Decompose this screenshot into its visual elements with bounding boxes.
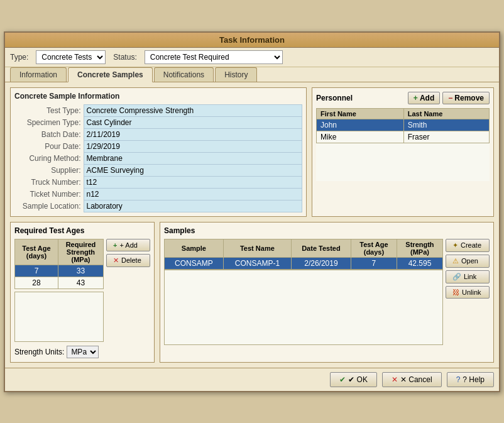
title-bar: Task Information bbox=[5, 33, 499, 48]
personnel-buttons: + Add − Remove bbox=[408, 92, 490, 104]
field-label: Supplier: bbox=[14, 164, 84, 176]
tab-notifications[interactable]: Notifications bbox=[154, 67, 214, 82]
field-label: Curing Method: bbox=[14, 152, 84, 164]
unlink-label: Unlink bbox=[462, 288, 481, 296]
create-button[interactable]: ✦ Create bbox=[446, 239, 490, 252]
open-icon: ⚠ bbox=[452, 257, 459, 265]
field-value: n12 bbox=[84, 188, 302, 200]
add-age-label: + Add bbox=[119, 241, 137, 249]
sample-info-panel: Concrete Sample Information Test Type:Co… bbox=[10, 87, 307, 217]
cancel-label: ✕ Cancel bbox=[400, 375, 432, 384]
sample-info-table: Test Type:Concrete Compressive StrengthS… bbox=[14, 104, 302, 212]
sample-date: 2/26/2019 bbox=[291, 257, 351, 269]
add-age-icon: + bbox=[113, 241, 117, 249]
delete-age-label: Delete bbox=[121, 256, 141, 264]
help-label: ? Help bbox=[463, 375, 485, 384]
delete-age-button[interactable]: ✕ Delete bbox=[106, 254, 150, 267]
main-window: Task Information Type: Concrete Tests St… bbox=[4, 31, 500, 392]
add-personnel-label: Add bbox=[420, 94, 434, 102]
delete-age-icon: ✕ bbox=[113, 256, 119, 265]
sample-info-row: Batch Date:2/11/2019 bbox=[14, 128, 302, 140]
col-strength-mpa: Strength(MPa) bbox=[397, 239, 442, 257]
field-value: Cast Cylinder bbox=[84, 116, 302, 128]
ages-table-wrap: Test Age(days) RequiredStrength(MPa) 733… bbox=[14, 239, 104, 342]
link-icon: 🔗 bbox=[452, 273, 461, 281]
sample-info-row: Ticket Number:n12 bbox=[14, 188, 302, 200]
col-lastname: Last Name bbox=[403, 108, 489, 119]
sample-testname: CONSAMP-1 bbox=[223, 257, 291, 269]
sample-row[interactable]: CONSAMPCONSAMP-12/26/2019742.595 bbox=[165, 257, 443, 269]
remove-personnel-label: Remove bbox=[454, 94, 484, 102]
ages-empty-area bbox=[14, 292, 104, 342]
field-label: Sample Location: bbox=[14, 200, 84, 212]
required-ages-panel: Required Test Ages Test Age(days) Requir… bbox=[10, 222, 155, 363]
minus-icon: − bbox=[448, 94, 452, 102]
age-days: 28 bbox=[15, 277, 58, 288]
sample-strength: 42.595 bbox=[397, 257, 442, 269]
personnel-title: Personnel bbox=[316, 94, 353, 102]
field-label: Truck Number: bbox=[14, 176, 84, 188]
toolbar: Type: Concrete Tests Status: Concrete Te… bbox=[5, 48, 499, 67]
link-button[interactable]: 🔗 Link bbox=[446, 270, 490, 283]
field-value: Concrete Compressive Strength bbox=[84, 104, 302, 116]
unlink-icon: ⛓ bbox=[452, 288, 459, 296]
sample-info-row: Truck Number:t12 bbox=[14, 176, 302, 188]
field-value: Membrane bbox=[84, 152, 302, 164]
status-label: Status: bbox=[113, 53, 136, 62]
samples-buttons: ✦ Create ⚠ Open 🔗 Link ⛓ bbox=[446, 239, 490, 345]
sample-info-title: Concrete Sample Information bbox=[14, 92, 302, 101]
age-strength: 43 bbox=[58, 277, 103, 288]
ok-label: ✔ OK bbox=[348, 375, 368, 384]
tab-information[interactable]: Information bbox=[10, 67, 67, 82]
age-days: 7 bbox=[15, 265, 58, 277]
bottom-section: Required Test Ages Test Age(days) Requir… bbox=[10, 222, 494, 363]
col-test-name: Test Name bbox=[223, 239, 291, 257]
col-sample-test-age: Test Age(days) bbox=[351, 239, 397, 257]
help-button[interactable]: ? ? Help bbox=[447, 372, 494, 387]
help-icon: ? bbox=[456, 375, 461, 384]
samples-panel: Samples Sample Test Name Date Tested Tes… bbox=[160, 222, 494, 363]
age-row[interactable]: 733 bbox=[15, 265, 104, 277]
field-label: Ticket Number: bbox=[14, 188, 84, 200]
sample-info-row: Pour Date:1/29/2019 bbox=[14, 140, 302, 152]
type-select[interactable]: Concrete Tests bbox=[36, 50, 106, 64]
ok-icon: ✔ bbox=[339, 375, 346, 384]
tab-history[interactable]: History bbox=[215, 67, 257, 82]
samples-empty-area bbox=[164, 270, 443, 345]
personnel-row[interactable]: MikeFraser bbox=[317, 131, 490, 143]
personnel-table: First Name Last Name JohnSmithMikeFraser bbox=[316, 108, 490, 143]
tabs-bar: Information Concrete Samples Notificatio… bbox=[5, 67, 499, 82]
type-label: Type: bbox=[10, 53, 28, 62]
remove-personnel-button[interactable]: − Remove bbox=[442, 92, 490, 104]
add-age-button[interactable]: + + Add bbox=[106, 239, 150, 251]
footer: ✔ ✔ OK ✕ ✕ Cancel ? ? Help bbox=[5, 368, 499, 391]
create-icon: ✦ bbox=[452, 241, 458, 250]
sample-info-row: Specimen Type:Cast Cylinder bbox=[14, 116, 302, 128]
personnel-header: Personnel + Add − Remove bbox=[316, 92, 490, 104]
samples-title: Samples bbox=[164, 226, 490, 235]
strength-units-select[interactable]: MPa psi bbox=[67, 346, 99, 358]
sample-info-row: Test Type:Concrete Compressive Strength bbox=[14, 104, 302, 116]
top-section: Concrete Sample Information Test Type:Co… bbox=[10, 87, 494, 217]
personnel-firstname: Mike bbox=[317, 131, 404, 143]
ok-button[interactable]: ✔ ✔ OK bbox=[330, 372, 377, 387]
sample-info-row: Sample Location:Laboratory bbox=[14, 200, 302, 212]
unlink-button[interactable]: ⛓ Unlink bbox=[446, 286, 490, 299]
cancel-button[interactable]: ✕ ✕ Cancel bbox=[382, 372, 442, 387]
add-personnel-button[interactable]: + Add bbox=[408, 92, 440, 104]
age-row[interactable]: 2843 bbox=[15, 277, 104, 288]
open-label: Open bbox=[461, 257, 478, 265]
field-label: Specimen Type: bbox=[14, 116, 84, 128]
open-button[interactable]: ⚠ Open bbox=[446, 255, 490, 268]
sample-id: CONSAMP bbox=[165, 257, 224, 269]
tab-concrete-samples[interactable]: Concrete Samples bbox=[68, 67, 153, 82]
col-required-strength: RequiredStrength(MPa) bbox=[58, 239, 103, 265]
personnel-row[interactable]: JohnSmith bbox=[317, 119, 490, 131]
required-ages-title: Required Test Ages bbox=[14, 226, 150, 235]
personnel-empty-area bbox=[316, 143, 490, 181]
personnel-lastname: Fraser bbox=[403, 131, 489, 143]
sample-info-row: Supplier:ACME Surveying bbox=[14, 164, 302, 176]
link-label: Link bbox=[464, 273, 476, 280]
status-select[interactable]: Concrete Test Required bbox=[145, 50, 283, 64]
sample-age: 7 bbox=[351, 257, 397, 269]
